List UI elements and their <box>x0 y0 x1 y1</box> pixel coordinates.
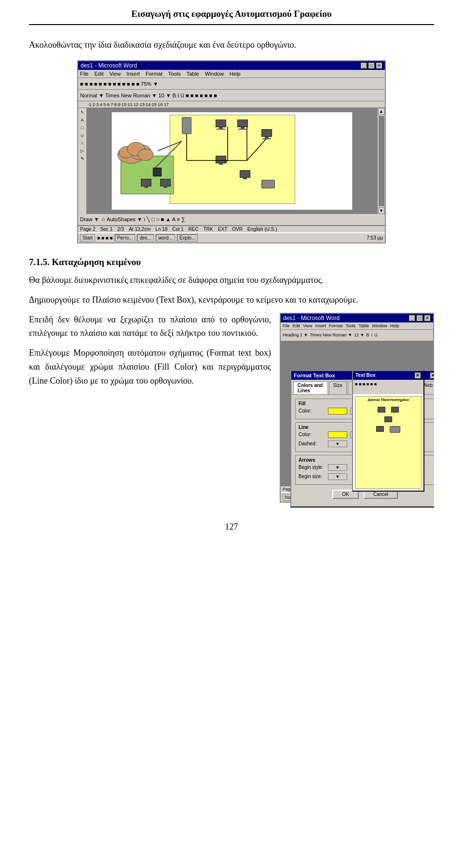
textbox-dialog-close[interactable]: ✕ <box>414 372 421 379</box>
tab-size[interactable]: Size <box>329 381 347 394</box>
status-ln-1: Ln 18 <box>155 227 167 232</box>
word-toolbar-1b: Normal ▼ Times New Roman ▼ 10 ▼ B I U ■ … <box>78 90 385 101</box>
word-draw-toolbar-1: Draw ▼ ☆ AutoShapes ▼ \ ╲ □ ○ ■ ▲ A ≡ ∑ <box>78 214 385 226</box>
left-tool-5[interactable]: ○ <box>81 141 83 146</box>
page-header: Εισαγωγή στις εφαρμογές Αυτοματισμού Γρα… <box>29 0 434 25</box>
word-taskbar-1: Start ■ ■ ■ ■ Perro... des... word... Ex… <box>78 232 385 242</box>
minimize-btn-2[interactable]: _ <box>409 315 415 321</box>
header-title: Εισαγωγή στις εφαρμογές Αυτοματισμού Γρα… <box>131 9 331 19</box>
comp-icon-4 <box>216 156 226 165</box>
menu-format-1[interactable]: Format <box>146 71 163 77</box>
begin-style-label: Begin style: <box>299 465 325 470</box>
task-explo-1[interactable]: Explo... <box>177 234 198 241</box>
textbox-dialog-titlebar: Text Box ✕ <box>353 371 423 380</box>
menu-table-1[interactable]: Table <box>186 71 199 77</box>
word-body-1: ↖ A □ ◇ ○ ▷ ✎ <box>78 108 385 214</box>
begin-size-label: Begin size: <box>299 474 325 479</box>
left-tool-3[interactable]: □ <box>81 125 83 130</box>
comp-icon-1 <box>216 120 226 130</box>
ruler-marks-1: ·1·2·3·4·5·6·7·8·9·10·11·12·13·14·15·16·… <box>78 102 169 107</box>
dialog-close-btn[interactable]: ✕ <box>430 372 434 379</box>
maximize-btn-1[interactable]: □ <box>368 62 375 69</box>
task-perro-1[interactable]: Perro... <box>115 234 136 241</box>
word-page-1 <box>111 112 353 210</box>
fill-color-label: Color: <box>299 408 325 414</box>
line-dashed-label: Dashed: <box>299 441 325 446</box>
start-button-1[interactable]: Start <box>80 234 95 241</box>
comp-icon-5 <box>240 170 250 179</box>
word-menubar-2: File Edit View Insert Format Tools Table… <box>281 322 433 330</box>
university-label: Δίκτυο Πανεπιστημίου <box>355 397 421 402</box>
textbox-dialog: Text Box ✕ ■ ■ ■ ■ ■ ■ Δίκτυο Πανεπιστημ… <box>352 370 424 492</box>
body-p2: Δημιουργούμε το Πλαίσιο κειμένου (Text B… <box>29 293 434 307</box>
menu-help-2[interactable]: Help <box>390 323 399 328</box>
line-color-swatch[interactable] <box>328 431 347 438</box>
menu-edit-2[interactable]: Edit <box>293 323 300 328</box>
bold-btn-2[interactable]: B <box>366 333 369 337</box>
network-diagram-1 <box>112 112 352 209</box>
word-statusbar-1: Page 2 Sec 1 2/3 At 13,2cm Ln 18 Col 1 R… <box>78 226 385 232</box>
menu-file-1[interactable]: File <box>80 71 89 77</box>
task-word-1[interactable]: word... <box>156 234 175 241</box>
menu-insert-2[interactable]: Insert <box>315 323 326 328</box>
word-titlebar-2: des1 - Microsoft Word _ □ ✕ <box>281 314 433 322</box>
menu-edit-1[interactable]: Edit <box>95 71 104 77</box>
menu-view-1[interactable]: View <box>109 71 121 77</box>
body-p1: Θα βάλουμε διευκρινιστικές επικεφαλίδες … <box>29 273 434 287</box>
left-tool-2[interactable]: A <box>81 118 83 122</box>
menu-format-2[interactable]: Format <box>329 323 343 328</box>
left-tool-4[interactable]: ◇ <box>81 133 84 138</box>
status-trk-1: TRK <box>204 227 213 232</box>
status-at-1: At 13,2cm <box>129 227 150 232</box>
minimize-btn-1[interactable]: _ <box>360 62 367 69</box>
menu-file-2[interactable]: File <box>283 323 290 328</box>
scroll-down-1[interactable]: ▼ <box>378 207 385 214</box>
style-selector-2[interactable]: Heading 2 ▼ <box>283 333 308 337</box>
underline-btn-2[interactable]: U <box>374 333 378 337</box>
menu-tools-1[interactable]: Tools <box>168 71 181 77</box>
status-lang-1: English (U.S.) <box>247 227 277 232</box>
size-selector-2[interactable]: 12 ▼ <box>354 333 364 337</box>
left-tool-6[interactable]: ▷ <box>81 148 84 153</box>
section-heading: Καταχώρηση κειμένου <box>52 257 141 267</box>
menu-table-2[interactable]: Table <box>358 323 369 328</box>
word-title-2: des1 - Microsoft Word <box>283 315 340 321</box>
page-number: 127 <box>29 522 434 532</box>
scroll-up-1[interactable]: ▲ <box>378 108 385 115</box>
left-tool-1[interactable]: ↖ <box>81 110 84 115</box>
menu-window-1[interactable]: Window <box>205 71 224 77</box>
bot-computers <box>376 426 400 433</box>
tab-colors-lines[interactable]: Colors and Lines <box>293 381 328 394</box>
status-pages-1: 2/3 <box>117 227 124 232</box>
word-titlebar-1: des1 - Microsoft Word _ □ ✕ <box>78 61 385 70</box>
word-titlebar-buttons-1: _ □ ✕ <box>360 62 382 69</box>
status-col-1: Col 1 <box>172 227 183 232</box>
word-scrollbar-1: ▲ ▼ <box>377 108 385 214</box>
top-computers <box>378 407 399 413</box>
menu-tools-2[interactable]: Tools <box>345 323 355 328</box>
close-btn-2[interactable]: ✕ <box>424 315 431 321</box>
word-menubar-1: File Edit View Insert Format Tools Table… <box>78 70 385 78</box>
tb-printer-1 <box>390 426 400 433</box>
close-btn-1[interactable]: ✕ <box>376 62 382 69</box>
section-title: 7.1.5. Καταχώρηση κειμένου <box>29 257 434 267</box>
fill-color-swatch[interactable] <box>328 408 347 414</box>
tb-comp-4 <box>376 426 384 432</box>
begin-style-dropdown[interactable]: ▼ <box>328 464 347 471</box>
menu-view-2[interactable]: View <box>303 323 312 328</box>
maximize-btn-2[interactable]: □ <box>416 315 423 321</box>
left-tool-7[interactable]: ✎ <box>81 156 84 161</box>
scroll-thumb-1[interactable] <box>379 116 384 206</box>
word-title-1: des1 - Microsoft Word <box>81 62 137 69</box>
menu-window-2[interactable]: Window <box>372 323 387 328</box>
comp-icon-2 <box>237 120 248 130</box>
line-dashed-dropdown[interactable]: ▼ <box>328 441 347 447</box>
menu-insert-1[interactable]: Insert <box>126 71 140 77</box>
task-des-1[interactable]: des... <box>137 234 153 241</box>
menu-help-1[interactable]: Help <box>230 71 241 77</box>
italic-btn-2[interactable]: I <box>371 333 372 337</box>
hub-icon-1 <box>153 168 162 176</box>
begin-size-dropdown[interactable]: ▼ <box>328 473 347 480</box>
intro-paragraph: Ακολουθώντας την ίδια διαδικασία σχεδιάζ… <box>29 39 434 52</box>
font-selector-2[interactable]: Times New Roman ▼ <box>310 333 352 337</box>
